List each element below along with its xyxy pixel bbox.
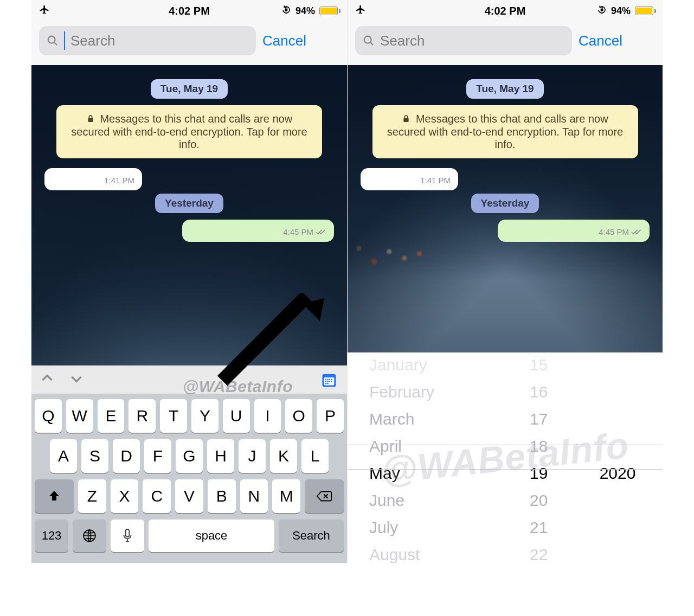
calendar-button[interactable]	[321, 372, 337, 388]
key-y[interactable]: Y	[191, 399, 219, 433]
key-v[interactable]: V	[175, 479, 203, 513]
message-out[interactable]: 4:45 PM	[357, 220, 653, 242]
search-icon	[47, 35, 59, 47]
shift-key[interactable]	[35, 479, 74, 513]
picker-item[interactable]	[573, 407, 663, 432]
message-out[interactable]: 4:45 PM	[41, 220, 337, 242]
svg-point-12	[329, 381, 331, 382]
search-input[interactable]: Search	[355, 26, 572, 55]
numbers-key[interactable]: 123	[35, 519, 68, 552]
search-key[interactable]: Search	[279, 519, 344, 552]
key-x[interactable]: X	[111, 479, 139, 513]
chat-window[interactable]: Tue, May 19 Messages to this chat and ca…	[31, 65, 347, 563]
next-result-button[interactable]	[69, 371, 83, 388]
key-o[interactable]: O	[285, 399, 312, 433]
key-h[interactable]: H	[207, 439, 234, 473]
picker-item[interactable]: 22	[505, 542, 573, 563]
picker-item[interactable]	[573, 434, 663, 459]
watermark: @WABetaInfo	[183, 377, 293, 396]
picker-item[interactable]: 21	[505, 515, 573, 540]
dictation-key[interactable]	[111, 519, 144, 552]
key-a[interactable]: A	[50, 439, 77, 473]
picker-item[interactable]: 16	[505, 380, 573, 405]
key-m[interactable]: M	[272, 479, 300, 513]
cancel-button[interactable]: Cancel	[262, 33, 306, 49]
message-in[interactable]: 1:41 PM	[357, 168, 653, 190]
prev-result-button[interactable]	[40, 371, 54, 388]
key-c[interactable]: C	[143, 479, 171, 513]
date-header: Tue, May 19	[466, 79, 543, 99]
key-w[interactable]: W	[66, 399, 93, 433]
key-b[interactable]: B	[208, 479, 236, 513]
day-wheel[interactable]: 151617181920212223	[505, 352, 573, 563]
year-wheel[interactable]: 2020	[573, 352, 663, 563]
chat-window[interactable]: Tue, May 19 Messages to this chat and ca…	[348, 65, 663, 352]
key-n[interactable]: N	[240, 479, 268, 513]
picker-item[interactable]: 19	[505, 461, 573, 486]
picker-item[interactable]: 2020	[573, 461, 663, 486]
picker-item[interactable]	[573, 542, 663, 563]
picker-item[interactable]	[573, 352, 663, 377]
message-out-time: 4:45 PM	[599, 227, 629, 236]
key-e[interactable]: E	[98, 399, 125, 433]
picker-item[interactable]	[573, 380, 663, 405]
key-t[interactable]: T	[160, 399, 187, 433]
rotation-lock-icon	[281, 5, 291, 17]
picker-item[interactable]: April	[348, 434, 505, 459]
key-u[interactable]: U	[223, 399, 250, 433]
date-header: Yesterday	[471, 194, 539, 213]
encryption-notice[interactable]: Messages to this chat and calls are now …	[56, 105, 322, 158]
key-p[interactable]: P	[317, 399, 344, 433]
picker-item[interactable]: August	[348, 542, 505, 563]
battery-icon	[319, 7, 342, 15]
svg-rect-19	[601, 8, 603, 11]
svg-rect-3	[88, 118, 93, 122]
search-placeholder: Search	[70, 33, 115, 49]
picker-item[interactable]: February	[348, 380, 505, 405]
svg-line-21	[370, 42, 373, 45]
search-bar: Search Cancel	[31, 22, 347, 65]
key-z[interactable]: Z	[78, 479, 106, 513]
phone-left: 4:02 PM 94% Search Cancel Tu	[31, 0, 347, 563]
battery-percent: 94%	[295, 5, 315, 17]
globe-key[interactable]	[73, 519, 106, 552]
read-ticks-icon	[316, 228, 326, 236]
encryption-notice[interactable]: Messages to this chat and calls are now …	[372, 105, 638, 158]
key-k[interactable]: K	[270, 439, 297, 473]
encryption-text: Messages to this chat and calls are now …	[71, 113, 307, 150]
picker-item[interactable]: July	[348, 515, 505, 540]
picker-item[interactable]: 20	[505, 488, 573, 513]
keyboard-toolbar: @WABetaInfo	[31, 365, 347, 394]
key-l[interactable]: L	[301, 439, 329, 473]
space-key[interactable]: space	[149, 519, 274, 552]
key-g[interactable]: G	[176, 439, 203, 473]
message-in[interactable]: 1:41 PM	[41, 168, 337, 190]
picker-item[interactable]: 15	[505, 352, 573, 377]
month-wheel[interactable]: JanuaryFebruaryMarchAprilMayJuneJulyAugu…	[348, 352, 505, 563]
backspace-key[interactable]	[305, 479, 344, 513]
svg-point-14	[325, 383, 327, 384]
key-s[interactable]: S	[81, 439, 108, 473]
key-q[interactable]: Q	[35, 399, 62, 433]
key-f[interactable]: F	[144, 439, 171, 473]
picker-item[interactable]: May	[348, 461, 505, 486]
key-i[interactable]: I	[254, 399, 281, 433]
picker-item[interactable]: 17	[505, 407, 573, 432]
search-input[interactable]: Search	[39, 26, 256, 55]
picker-item[interactable]	[573, 515, 663, 540]
keyboard[interactable]: QWERTYUIOP ASDFGHJKL ZXCVBNM 123	[31, 394, 347, 563]
cancel-button[interactable]: Cancel	[579, 33, 622, 49]
picker-item[interactable]: January	[348, 352, 505, 377]
svg-line-2	[54, 42, 57, 45]
date-picker[interactable]: JanuaryFebruaryMarchAprilMayJuneJulyAugu…	[348, 352, 663, 563]
key-j[interactable]: J	[239, 439, 266, 473]
status-bar: 4:02 PM 94%	[31, 0, 347, 22]
picker-item[interactable]	[573, 488, 663, 513]
picker-item[interactable]: June	[348, 488, 505, 513]
keyboard-row-3: ZXCVBNM	[35, 479, 344, 513]
picker-item[interactable]: 18	[505, 434, 573, 459]
battery-percent: 94%	[611, 5, 631, 17]
key-d[interactable]: D	[113, 439, 140, 473]
picker-item[interactable]: March	[348, 407, 505, 432]
key-r[interactable]: R	[128, 399, 156, 433]
